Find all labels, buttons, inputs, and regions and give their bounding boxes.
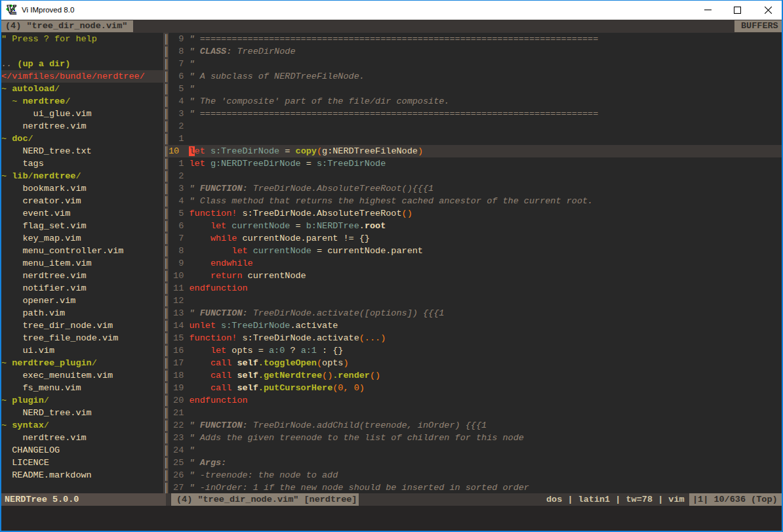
svg-text:im: im [10, 9, 16, 16]
